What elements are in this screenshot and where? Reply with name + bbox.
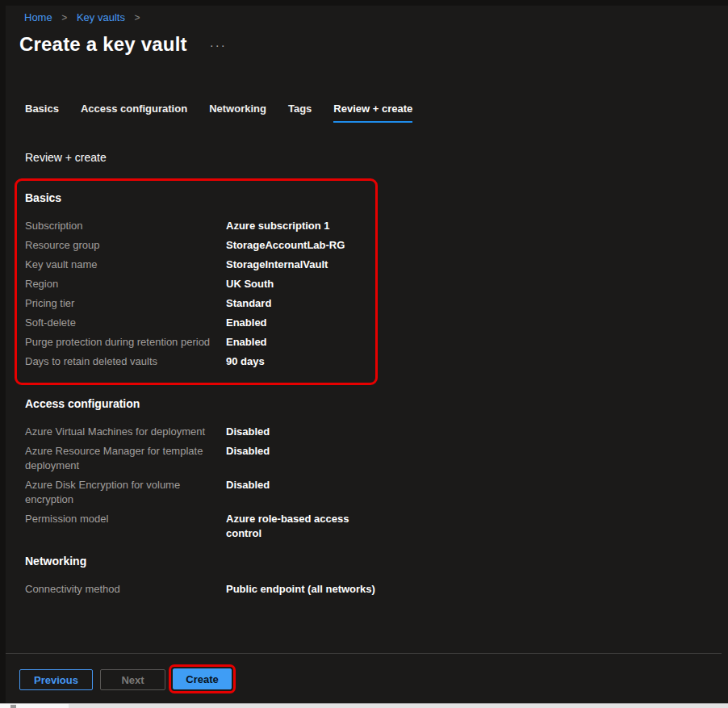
row-label: Permission model <box>25 512 226 541</box>
bottom-edge-gray-mark <box>10 705 16 708</box>
row-label: Region <box>25 277 226 291</box>
row-pricing-tier: Pricing tier Standard <box>25 296 367 311</box>
breadcrumb-key-vaults-link[interactable]: Key vaults <box>77 11 125 23</box>
section-title-basics: Basics <box>25 191 367 205</box>
tab-basics[interactable]: Basics <box>25 103 59 123</box>
row-vm-deployment: Azure Virtual Machines for deployment Di… <box>25 425 380 439</box>
row-label: Pricing tier <box>25 296 226 311</box>
row-label: Subscription <box>25 219 226 233</box>
review-create-heading: Review + create <box>25 151 107 164</box>
row-resource-group: Resource group StorageAccountLab-RG <box>25 238 367 253</box>
row-value: Disabled <box>226 444 270 473</box>
create-button[interactable]: Create <box>173 668 232 689</box>
row-value: StorageInternalVault <box>226 258 328 272</box>
row-value: Public endpoint (all networks) <box>226 582 375 597</box>
row-value: Azure subscription 1 <box>226 219 330 233</box>
annotation-box-basics: Basics Subscription Azure subscription 1… <box>15 178 378 385</box>
row-value: Azure role-based access control <box>226 512 380 541</box>
row-label: Azure Disk Encryption for volume encrypt… <box>25 478 226 507</box>
row-label: Key vault name <box>25 258 226 272</box>
row-value: Enabled <box>226 316 267 330</box>
row-arm-template-deployment: Azure Resource Manager for template depl… <box>25 444 380 473</box>
window-frame-top <box>0 0 728 6</box>
bottom-window-edge <box>0 703 728 708</box>
row-permission-model: Permission model Azure role-based access… <box>25 512 380 541</box>
row-subscription: Subscription Azure subscription 1 <box>25 219 367 233</box>
row-purge-protection: Purge protection during retention period… <box>25 335 367 350</box>
row-value: UK South <box>226 277 274 291</box>
page-header: Create a key vault ··· <box>19 33 227 56</box>
row-label: Resource group <box>25 238 226 253</box>
row-disk-encryption: Azure Disk Encryption for volume encrypt… <box>25 478 380 507</box>
row-value: StorageAccountLab-RG <box>226 238 345 253</box>
more-menu-icon[interactable]: ··· <box>210 39 227 51</box>
row-connectivity-method: Connectivity method Public endpoint (all… <box>25 582 380 597</box>
row-label: Connectivity method <box>25 582 226 597</box>
footer-divider <box>6 653 722 654</box>
row-label: Purge protection during retention period <box>25 335 226 350</box>
tab-access-configuration[interactable]: Access configuration <box>81 103 187 123</box>
row-retention-days: Days to retain deleted vaults 90 days <box>25 354 367 369</box>
breadcrumb-separator: > <box>135 12 140 23</box>
row-label: Azure Resource Manager for template depl… <box>25 444 226 473</box>
annotation-box-create: Create <box>169 664 236 693</box>
section-access-configuration: Access configuration Azure Virtual Machi… <box>25 396 380 546</box>
row-value: Enabled <box>226 335 267 350</box>
tab-review-create[interactable]: Review + create <box>333 103 412 123</box>
next-button[interactable]: Next <box>100 669 165 690</box>
previous-button[interactable]: Previous <box>19 669 93 690</box>
tab-tags[interactable]: Tags <box>288 103 312 123</box>
row-region: Region UK South <box>25 277 367 291</box>
row-value: 90 days <box>226 354 265 369</box>
window-frame-left <box>0 0 6 703</box>
tab-bar: Basics Access configuration Networking T… <box>25 103 412 123</box>
breadcrumb-home-link[interactable]: Home <box>24 11 52 23</box>
breadcrumb: Home > Key vaults > <box>24 11 147 23</box>
section-networking: Networking Connectivity method Public en… <box>25 554 380 601</box>
row-soft-delete: Soft-delete Enabled <box>25 316 367 330</box>
row-value: Disabled <box>226 478 270 507</box>
row-key-vault-name: Key vault name StorageInternalVault <box>25 258 367 272</box>
tab-networking[interactable]: Networking <box>209 103 266 123</box>
section-title-access-configuration: Access configuration <box>25 396 380 411</box>
section-title-networking: Networking <box>25 554 380 568</box>
breadcrumb-separator: > <box>61 12 67 23</box>
row-value: Disabled <box>226 425 270 439</box>
row-label: Soft-delete <box>25 316 226 330</box>
row-label: Azure Virtual Machines for deployment <box>25 425 226 439</box>
page-title: Create a key vault <box>19 33 187 56</box>
row-value: Standard <box>226 296 271 311</box>
row-label: Days to retain deleted vaults <box>25 354 226 369</box>
